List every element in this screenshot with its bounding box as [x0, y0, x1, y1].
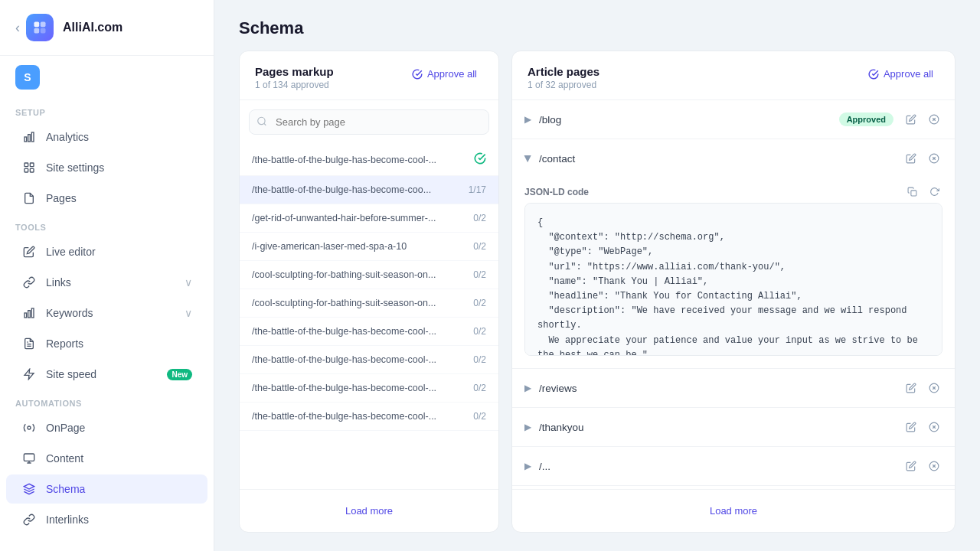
page-list-item[interactable]: /the-battle-of-the-bulge-has-become-cool… [240, 144, 498, 176]
article-header-reviews[interactable]: ▶ /reviews [512, 369, 955, 407]
svg-point-18 [258, 117, 265, 124]
svg-rect-2 [34, 28, 40, 34]
approve-blog-button[interactable] [926, 111, 942, 128]
svg-rect-5 [28, 135, 31, 142]
json-content: { "@context": "http://schema.org", "@typ… [537, 216, 929, 356]
contact-expand-area: JSON-LD code { "@conte [512, 178, 955, 356]
sidebar-item-interlinks[interactable]: Interlinks [6, 505, 207, 534]
article-pages-approved: 1 of 32 approved [528, 80, 599, 90]
sidebar-item-keywords[interactable]: Keywords ∨ [6, 298, 207, 328]
sidebar-item-live-editor[interactable]: Live editor [6, 237, 207, 266]
article-list: ▶ /blog Approved [512, 100, 955, 489]
article-load-more-button[interactable]: Load more [697, 500, 769, 521]
article-pages-title: Article pages [528, 65, 599, 78]
copy-json-button[interactable] [904, 184, 920, 200]
schema-label: Schema [46, 483, 192, 495]
svg-rect-10 [30, 168, 34, 172]
approve-reviews-button[interactable] [926, 380, 942, 396]
article-header-thankyou[interactable]: ▶ /thankyou [512, 408, 955, 446]
content-area: Pages markup 1 of 134 approved Approve a… [214, 51, 980, 551]
edit-contact-button[interactable] [903, 150, 920, 167]
approve-extra-button[interactable] [926, 458, 942, 474]
svg-line-19 [264, 123, 266, 126]
svg-rect-9 [24, 168, 28, 172]
edit-extra-button[interactable] [903, 458, 920, 474]
page-list-item[interactable]: /the-battle-of-the-bulge-has-become-cool… [240, 346, 498, 374]
site-speed-label: Site speed [46, 368, 167, 380]
pages-label: Pages [46, 192, 192, 204]
chevron-down-icon: ▶ [523, 155, 534, 162]
sidebar-item-reports[interactable]: Reports [6, 329, 207, 358]
sidebar-item-links[interactable]: Links ∨ [6, 268, 207, 297]
interlinks-icon [21, 512, 37, 527]
svg-rect-12 [28, 311, 31, 318]
article-pages-panel: Article pages 1 of 32 approved Approve a… [511, 51, 956, 533]
article-header-extra[interactable]: ▶ /... [512, 447, 955, 485]
svg-rect-26 [911, 191, 916, 196]
sidebar-item-pages[interactable]: Pages [6, 184, 207, 213]
svg-rect-17 [24, 454, 34, 461]
refresh-json-button[interactable] [926, 184, 942, 200]
interlinks-label: Interlinks [46, 514, 192, 526]
sidebar-item-onpage[interactable]: OnPage [6, 413, 207, 442]
approved-badge: Approved [839, 112, 893, 126]
article-header-contact[interactable]: ▶ /contact [512, 139, 955, 178]
pages-approve-all-button[interactable]: Approve all [406, 65, 483, 83]
article-actions-thankyou [903, 419, 942, 435]
sidebar: ‹ AlliAI.com S Setup Analytics Site sett… [0, 0, 214, 551]
page-list-item[interactable]: /the-battle-of-the-bulge-has-become-coo.… [240, 176, 498, 204]
chevron-right-icon: ▶ [524, 383, 531, 393]
links-label: Links [46, 276, 181, 289]
sidebar-item-site-settings[interactable]: Site settings [6, 153, 207, 182]
pages-markup-header: Pages markup 1 of 134 approved Approve a… [240, 51, 498, 100]
content-icon [21, 451, 37, 466]
article-approve-all-label: Approve all [884, 68, 933, 80]
svg-rect-7 [24, 163, 28, 167]
article-actions-blog [903, 111, 942, 128]
edit-icon [21, 244, 37, 259]
pages-markup-title: Pages markup [255, 65, 334, 78]
sidebar-item-analytics[interactable]: Analytics [6, 122, 207, 152]
schema-icon [21, 481, 37, 497]
article-approve-all-button[interactable]: Approve all [862, 65, 939, 83]
reports-icon [21, 336, 37, 351]
sidebar-item-schema[interactable]: Schema [6, 474, 207, 504]
svg-rect-8 [30, 163, 34, 167]
svg-rect-6 [31, 132, 34, 142]
page-list: /the-battle-of-the-bulge-has-become-cool… [240, 144, 498, 489]
edit-thankyou-button[interactable] [903, 419, 920, 435]
page-title: Schema [239, 18, 956, 38]
pages-load-more-row: Load more [240, 489, 498, 532]
bar-chart-icon [21, 129, 37, 145]
page-list-item[interactable]: /the-battle-of-the-bulge-has-become-cool… [240, 374, 498, 403]
page-list-item[interactable]: /i-give-american-laser-med-spa-a-10 0/2 [240, 233, 498, 261]
approve-contact-button[interactable] [926, 150, 942, 167]
search-icon [256, 116, 267, 129]
onpage-icon [21, 420, 37, 435]
page-list-item[interactable]: /the-battle-of-the-bulge-has-become-cool… [240, 403, 498, 431]
edit-blog-button[interactable] [903, 111, 920, 128]
link-icon [21, 275, 37, 290]
reports-label: Reports [46, 337, 192, 350]
approve-thankyou-button[interactable] [926, 419, 942, 435]
page-list-item[interactable]: /get-rid-of-unwanted-hair-before-summer-… [240, 204, 498, 233]
article-actions-contact [903, 150, 942, 167]
svg-rect-0 [34, 22, 40, 28]
page-list-item[interactable]: /the-battle-of-the-bulge-has-become-cool… [240, 318, 498, 346]
edit-reviews-button[interactable] [903, 380, 920, 396]
sidebar-item-content[interactable]: Content [6, 444, 207, 473]
search-input[interactable] [249, 109, 489, 135]
article-header-blog[interactable]: ▶ /blog Approved [512, 100, 955, 139]
article-actions-reviews [903, 380, 942, 396]
page-list-item[interactable]: /cool-sculpting-for-bathing-suit-season-… [240, 289, 498, 318]
main-content: Schema Pages markup 1 of 134 approved Ap… [214, 0, 980, 551]
sidebar-header: ‹ AlliAI.com [0, 0, 214, 56]
json-block-header: JSON-LD code [512, 178, 955, 203]
sidebar-item-site-speed[interactable]: Site speed New [6, 360, 207, 389]
page-list-item[interactable]: /cool-sculpting-for-bathing-suit-season-… [240, 261, 498, 289]
chevron-right-icon: ▶ [524, 114, 531, 125]
live-editor-label: Live editor [46, 246, 192, 258]
user-avatar[interactable]: S [15, 65, 40, 90]
back-button[interactable]: ‹ [15, 20, 20, 36]
pages-load-more-button[interactable]: Load more [333, 500, 405, 521]
